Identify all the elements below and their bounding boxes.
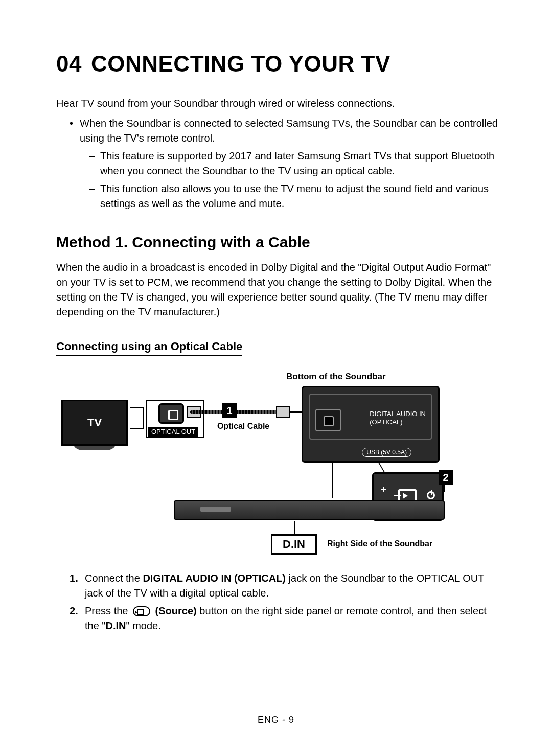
soundbar-optical-port-icon	[315, 409, 341, 431]
cable-plug-right-icon	[276, 406, 290, 418]
tv-optical-out-label: OPTICAL OUT	[148, 427, 198, 437]
soundbar-bottom-illustration: DIGITAL AUDIO IN (OPTICAL) USB (5V 0.5A)	[302, 386, 440, 463]
chapter-title-text: CONNECTING TO YOUR TV	[91, 51, 390, 76]
diagram-right-label: Right Side of the Soundbar	[327, 539, 432, 548]
optical-cable-icon	[190, 410, 287, 414]
intro-text: Hear TV sound from your Soundbar through…	[56, 96, 501, 111]
step-item: Press the (Source) button on the right s…	[70, 604, 501, 633]
diagram-top-label: Bottom of the Soundbar	[286, 372, 386, 382]
step-badge-2: 2	[439, 470, 453, 485]
subsection-heading: Connecting using an Optical Cable	[56, 340, 242, 356]
cable-label: Optical Cable	[217, 422, 269, 431]
page-footer: ENG - 9	[0, 715, 552, 725]
tv-illustration: TV	[61, 400, 128, 446]
step-item: Connect the DIGITAL AUDIO IN (OPTICAL) j…	[70, 571, 501, 601]
subnote-item: This function also allows you to use the…	[89, 181, 501, 211]
soundbar-optical-label: DIGITAL AUDIO IN (OPTICAL)	[370, 410, 426, 426]
chapter-title: 04CONNECTING TO YOUR TV	[56, 51, 501, 77]
connection-diagram: Bottom of the Soundbar TV OPTICAL OUT 1 …	[56, 372, 496, 561]
step-badge-1: 1	[222, 403, 237, 418]
subnote-item: This feature is supported by 2017 and la…	[89, 149, 501, 178]
source-inline-icon	[133, 606, 150, 616]
note-text: When the Soundbar is connected to select…	[80, 118, 498, 144]
tv-stand	[74, 446, 115, 452]
method-paragraph: When the audio in a broadcast is encoded…	[56, 260, 501, 319]
power-icon	[427, 491, 435, 499]
soundbar-usb-label: USB (5V 0.5A)	[362, 448, 411, 457]
method-heading: Method 1. Connecting with a Cable	[56, 234, 501, 251]
soundbar-front-illustration	[174, 500, 445, 520]
tv-optical-port-icon	[158, 403, 184, 424]
volume-up-icon: +	[381, 484, 387, 496]
chapter-number: 04	[56, 51, 82, 76]
note-item: When the Soundbar is connected to select…	[70, 116, 501, 211]
din-display-label: D.IN	[271, 534, 317, 555]
